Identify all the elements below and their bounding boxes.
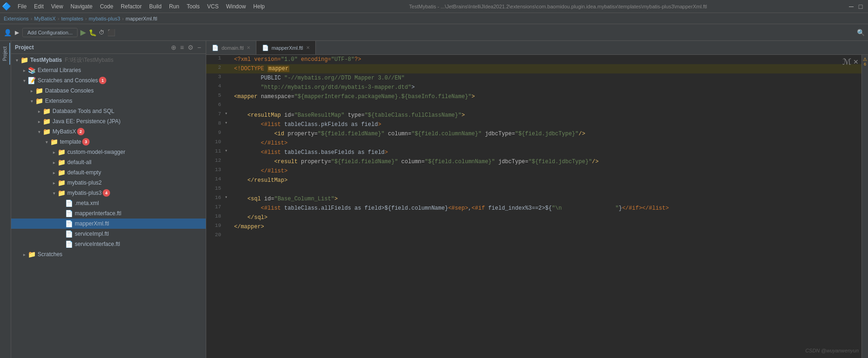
tree-item-scratches-consoles[interactable]: 📝 Scratches and Consoles 1	[11, 75, 206, 86]
folder-icon: 📁	[43, 107, 51, 115]
tree-item-mybatis-plus3[interactable]: 📁 mybatis-plus3 4	[11, 188, 206, 198]
tree-item-label: custom-model-swagger	[67, 149, 125, 155]
add-configuration-button[interactable]: Add Configuration...	[22, 28, 78, 37]
tree-item-service-interface-ftl[interactable]: 📄 serviceInterface.ftl	[11, 239, 206, 249]
tree-item-external-libs[interactable]: 📚 External Libraries	[11, 65, 206, 75]
minimize-sidebar-icon[interactable]: −	[196, 43, 202, 52]
minimize-button[interactable]: ─	[848, 3, 855, 10]
menu-code[interactable]: Code	[96, 2, 117, 11]
tree-item-default-empty[interactable]: 📁 default-empty	[11, 167, 206, 178]
tree-item-testmybatis[interactable]: 📁 TestMybatis F:\坯设\TestMybatis	[11, 55, 206, 65]
tab-domain-ftl[interactable]: 📄 domain.ftl ✕	[206, 41, 256, 54]
line-content: PUBLIC "-//mybatis.org//DTD Mapper 3.0//…	[232, 73, 405, 83]
line-content: <mapper namespace="${mapperInterface.pac…	[232, 92, 475, 101]
toolbar-arrow-icon[interactable]: ▶	[13, 29, 20, 36]
toolbar-navigate-icon[interactable]: 👤	[4, 29, 11, 36]
profile-button[interactable]: ⏱	[98, 29, 105, 36]
menu-view[interactable]: View	[47, 2, 67, 11]
search-everywhere-icon[interactable]: 🔍	[857, 29, 864, 36]
stop-button[interactable]: ⬛	[107, 29, 115, 36]
code-line-10: 10 </#list>	[206, 139, 861, 148]
locate-file-icon[interactable]: ⊕	[170, 43, 177, 52]
tree-item-meta-xml[interactable]: 📄 .meta.xml	[11, 198, 206, 208]
code-line-12: 12 <result property="${field.fieldName}"…	[206, 157, 861, 166]
menu-edit[interactable]: Edit	[30, 2, 47, 11]
breadcrumb-mybatis-plus3[interactable]: mybatis-plus3	[89, 16, 120, 21]
xml-file-icon: 📄	[65, 199, 73, 207]
run-button[interactable]: ▶	[79, 29, 87, 36]
line-number: 10	[206, 139, 225, 145]
code-line-14: 14 </resultMap>	[206, 176, 861, 185]
tree-item-label: default-all	[67, 159, 91, 166]
line-number: 2	[206, 64, 225, 70]
tree-item-label: mapperInterface.ftl	[75, 210, 121, 217]
chevron-right-icon	[50, 160, 58, 165]
code-line-3: 3 PUBLIC "-//mybatis.org//DTD Mapper 3.0…	[206, 73, 861, 83]
warning-icon: ⚠	[863, 57, 867, 62]
chevron-down-icon	[20, 78, 28, 83]
folder-icon: 📁	[58, 148, 65, 156]
collapse-all-icon[interactable]: ≡	[179, 43, 185, 52]
chevron-right-icon	[50, 180, 58, 186]
maximize-button[interactable]: □	[857, 3, 864, 10]
tree-item-db-tools[interactable]: 📁 Database Tools and SQL	[11, 106, 206, 116]
menu-run[interactable]: Run	[165, 2, 183, 11]
badge-4: 4	[103, 189, 110, 197]
menu-window[interactable]: Window	[222, 2, 250, 11]
file-icon: 📄	[262, 45, 269, 51]
sidebar: Project ⊕ ≡ ⚙ − 📁 TestMybatis F:\坯设\Test…	[11, 41, 206, 358]
right-gutter: ⚠ 6	[861, 55, 868, 358]
tree-item-template[interactable]: 📁 template 3	[11, 137, 206, 147]
chevron-down-icon	[35, 129, 43, 134]
tree-item-label: Extensions	[45, 98, 72, 104]
tree-item-mybatisx[interactable]: 📁 MyBatisX 2	[11, 126, 206, 137]
code-line-1: 1 <?xml version="1.0" encoding="UTF-8"?>	[206, 55, 861, 64]
code-line-8: 8 ▾ <#list tableClass.pkFields as field>	[206, 120, 861, 129]
settings-icon[interactable]: ⚙	[187, 43, 195, 52]
menu-help[interactable]: Help	[249, 2, 268, 11]
tree-item-default-all[interactable]: 📁 default-all	[11, 157, 206, 167]
breadcrumb-extensions[interactable]: Extensions	[4, 16, 29, 21]
tab-mapper-xml-ftl[interactable]: 📄 mapperXml.ftl ✕	[256, 41, 316, 54]
debug-button[interactable]: 🐛	[89, 29, 96, 36]
tree-item-mapper-xml-ftl[interactable]: 📄 mapperXml.ftl	[11, 219, 206, 229]
tree-item-db-consoles[interactable]: 📁 Database Consoles	[11, 86, 206, 96]
menu-build[interactable]: Build	[145, 2, 165, 11]
menu-vcs[interactable]: VCS	[203, 2, 222, 11]
tab-close-mapperxml[interactable]: ✕	[306, 45, 310, 50]
tree-item-scratches[interactable]: 📁 Scratches	[11, 249, 206, 259]
line-number: 15	[206, 185, 225, 191]
tree-item-jpa[interactable]: 📁 Java EE: Persistence (JPA)	[11, 116, 206, 126]
tree-item-extensions[interactable]: 📁 Extensions	[11, 96, 206, 106]
line-gutter: ▾	[225, 120, 232, 126]
breadcrumb-file[interactable]: mapperXml.ftl	[126, 16, 157, 21]
folder-icon: 📁	[58, 189, 65, 197]
line-content: </sql>	[232, 213, 268, 222]
tree-item-custom-model-swagger[interactable]: 📁 custom-model-swagger	[11, 147, 206, 157]
project-tab[interactable]: Project	[0, 43, 10, 65]
line-number: 1	[206, 55, 225, 61]
code-line-2: 2 <!DOCTYPE mapper	[206, 64, 861, 73]
tree-item-mybatis-plus2[interactable]: 📁 mybatis-plus2	[11, 178, 206, 188]
menu-refactor[interactable]: Refactor	[117, 2, 145, 11]
menu-tools[interactable]: Tools	[183, 2, 203, 11]
code-editor[interactable]: 1 <?xml version="1.0" encoding="UTF-8"?>…	[206, 55, 861, 358]
tree-item-service-impl-ftl[interactable]: 📄 serviceImpl.ftl	[11, 229, 206, 239]
line-number: 9	[206, 129, 225, 135]
tree-item-mapper-interface-ftl[interactable]: 📄 mapperInterface.ftl	[11, 208, 206, 219]
tree-item-label: serviceInterface.ftl	[75, 241, 120, 247]
line-number: 13	[206, 166, 225, 172]
folder-icon: 📁	[50, 138, 58, 146]
tab-close-domain[interactable]: ✕	[247, 45, 250, 50]
line-number: 19	[206, 222, 225, 228]
breadcrumb-templates[interactable]: templates	[61, 16, 84, 21]
line-content: <?xml version="1.0" encoding="UTF-8"?>	[232, 55, 361, 64]
line-number: 4	[206, 83, 225, 89]
editor-close-icon[interactable]: ✕	[853, 58, 859, 66]
menu-bar: 🔷 File Edit View Navigate Code Refactor …	[0, 0, 868, 13]
menu-file[interactable]: File	[14, 2, 30, 11]
menu-navigate[interactable]: Navigate	[67, 2, 96, 11]
chevron-right-icon	[20, 68, 28, 73]
breadcrumb-mybatisx[interactable]: MyBatisX	[34, 16, 55, 21]
ftl-file-icon-selected: 📄	[65, 220, 73, 227]
